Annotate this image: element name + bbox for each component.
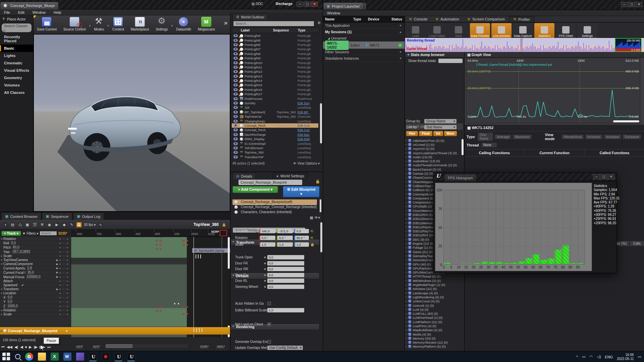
property-value[interactable]: 0,0 <box>267 285 304 289</box>
minimize-icon[interactable]: ─ <box>593 174 600 179</box>
editor-doc-tab[interactable]: Concept_Recharge_Bluepr <box>0 2 59 9</box>
playback-options-icon[interactable]: ▶ <box>54 222 59 227</box>
property-value[interactable]: 0,0 <box>267 279 304 283</box>
stat-group-row[interactable]: { LightRendering (6) (0) <box>405 295 463 299</box>
view-options-button[interactable]: 👁 View Options ▾ <box>293 162 320 165</box>
sequence-end-marker[interactable] <box>220 230 227 236</box>
expander-icon[interactable]: ▾ <box>0 292 3 295</box>
sequencer-track-row[interactable]: Yaw -357,113892 ◄ ○ ► <box>0 250 71 254</box>
stat-group-row[interactable]: { LoadTime (4) (0) <box>405 324 463 328</box>
range-end2-value[interactable]: 4581* <box>217 345 225 349</box>
outliner-row[interactable]: PointLight14 PointLigh <box>232 78 318 83</box>
toolbar-button[interactable]: Modes <box>91 15 107 32</box>
toolbar-button[interactable]: Megascans <box>195 15 218 32</box>
outliner-filter-icon[interactable]: ⚙ <box>317 21 321 25</box>
component-row[interactable]: Characters, Characters (Inherited) <box>232 209 317 215</box>
toolbar-button[interactable]: Content <box>109 15 127 32</box>
value-z[interactable]: 90,0 ° <box>294 236 309 240</box>
sequencer-track-row[interactable]: ▸ Scale ◄ ○ ► <box>0 312 71 316</box>
keyframe-nav-icons[interactable]: ◄ ○ ► <box>59 238 69 240</box>
column-called-functions[interactable]: Called Functions <box>585 149 644 156</box>
add-track-button[interactable]: + Track ▾ <box>1 231 21 236</box>
stat-group-row[interactable]: { LLM (3) (0) <box>405 307 463 311</box>
visibility-eye-icon[interactable] <box>233 111 238 114</box>
stat-group-row[interactable]: { MemoryAllocator (11) (0) <box>405 341 463 345</box>
sequencer-track-row[interactable]: Attach ◄ ○ ► <box>0 279 71 283</box>
keyframe-dot[interactable] <box>156 240 158 242</box>
column-name[interactable]: Name <box>325 17 353 21</box>
place-actor-category[interactable]: Recently Placed <box>0 33 33 45</box>
find-icon[interactable] <box>17 222 22 227</box>
reset-icon[interactable]: 🔒 <box>310 243 314 246</box>
keyframe-dot[interactable] <box>156 310 158 312</box>
actor-type[interactable]: PointLigh <box>298 61 315 65</box>
stat-group-row[interactable]: { InitViews (21) (0) <box>405 287 463 291</box>
visibility-eye-icon[interactable] <box>233 137 238 140</box>
view-mode-chip[interactable]: Hierarchical <box>561 134 584 139</box>
minimize-icon[interactable]: ─ <box>297 2 303 7</box>
keyframe-icon[interactable]: ◆ <box>264 262 266 265</box>
track-checkbox[interactable]: ✔ <box>21 284 24 287</box>
profiler-toolbar-button[interactable]: Data Preview <box>470 23 490 38</box>
stat-group-row[interactable]: { HTTPThread (5) (0) <box>405 275 463 279</box>
outliner-row[interactable]: TransitionToF LevelSeq <box>232 155 318 159</box>
keyframe-nav-icons[interactable]: ◄ ○ ► <box>59 263 69 265</box>
keyframe-nav-icons[interactable]: ◄ ○ ► <box>59 267 69 269</box>
outliner-row[interactable]: PointLight10 PointLigh <box>232 60 318 65</box>
frontend-tab[interactable]: ⚒ Profiler <box>509 16 534 22</box>
profiler-toolbar-button[interactable]: Settings <box>577 23 597 38</box>
sequencer-search-input[interactable]: Search <box>40 231 57 236</box>
net-load-checkbox[interactable]: ✔ <box>267 322 271 326</box>
outliner-row[interactable]: ToFullScreen LevelSeq <box>232 146 318 150</box>
save-icon[interactable]: ▤ <box>10 222 15 227</box>
visibility-eye-icon[interactable] <box>233 75 238 78</box>
transport-button[interactable]: ⏮ <box>1 345 5 349</box>
transform-label[interactable]: Location <box>235 229 259 233</box>
frontend-tab[interactable]: ⚒ Console <box>405 16 431 22</box>
keyframe-dot[interactable] <box>183 306 184 308</box>
selected-track-row[interactable]: ▷ Concept_Recharge_Blueprint + <box>0 327 230 335</box>
property-value[interactable]: 0,0 <box>267 267 304 271</box>
keyframe-nav-icons[interactable]: ◄ ○ ► <box>59 296 69 299</box>
transport-button[interactable]: ▶ <box>29 345 32 349</box>
visibility-eye-icon[interactable] <box>233 79 238 82</box>
frontend-tab[interactable]: ⚒ Automation <box>431 16 463 22</box>
sequencer-panel-tab[interactable]: ▣ Output Log <box>73 213 104 220</box>
sort-by-dropdown[interactable]: Stat Name <box>424 125 457 129</box>
visibility-eye-icon[interactable] <box>233 39 238 42</box>
reset-icon[interactable]: ⟲ <box>310 229 313 233</box>
keyframe-dot[interactable] <box>186 306 188 308</box>
details-scrollbar[interactable] <box>320 222 322 252</box>
actor-type[interactable]: Edit BP_ <box>298 110 315 114</box>
track-value[interactable]: 0,0 <box>11 241 16 245</box>
sequencer-track-row[interactable]: Current Apertu 2,8 + ◄ ○ ► <box>0 266 71 270</box>
keyframe-nav-icons[interactable]: ◄ ○ ► <box>59 301 69 303</box>
value-y[interactable]: -371,0 <box>277 229 293 233</box>
place-actor-category[interactable]: Geometry <box>0 74 33 81</box>
outliner-row[interactable]: PostProcess PostProce <box>232 96 318 101</box>
outliner-row[interactable]: PointLight7 PointLigh <box>232 47 318 51</box>
snap-magnet-icon[interactable]: Ω <box>76 222 82 227</box>
network-icon[interactable]: ◠ <box>590 355 593 359</box>
toolbar-overflow-chevron[interactable]: » <box>224 19 227 26</box>
actor-type[interactable]: PointLigh <box>298 92 315 96</box>
toolbar-button[interactable]: Settings <box>152 15 171 32</box>
reset-icon[interactable]: ⟲ <box>310 236 313 240</box>
outliner-row[interactable]: PointLight9 PointLigh <box>232 56 318 60</box>
outliner-scrollbar[interactable] <box>320 103 322 143</box>
track-value[interactable]: 35,0 <box>28 270 34 275</box>
menu-item-window[interactable]: Window <box>327 11 340 15</box>
auto-key-icon[interactable]: ✎ <box>69 222 74 227</box>
keyframe-nav-icons[interactable]: ◄ ○ ► <box>59 284 69 286</box>
maximize-icon[interactable]: ▢ <box>628 2 635 7</box>
value-z[interactable]: 0,0 <box>294 229 309 233</box>
sequencer-track-row[interactable]: Y 0,0 ◄ ○ ► <box>0 300 71 304</box>
visibility-eye-icon[interactable] <box>233 151 238 154</box>
actor-type[interactable]: PointLigh <box>298 79 315 82</box>
stat-group-row[interactable]: { IMEWindows (3) (0) <box>405 279 463 283</box>
keyframe-nav-icons[interactable]: ◄ ○ ► <box>59 276 69 278</box>
outliner-row[interactable]: PointLight17 PointLigh <box>232 92 318 96</box>
outliner-row[interactable]: BP_TopView3( TopView_360 Edit BP_ <box>232 110 318 114</box>
keyframe-dot[interactable] <box>186 313 188 315</box>
visibility-eye-icon[interactable] <box>233 70 238 73</box>
